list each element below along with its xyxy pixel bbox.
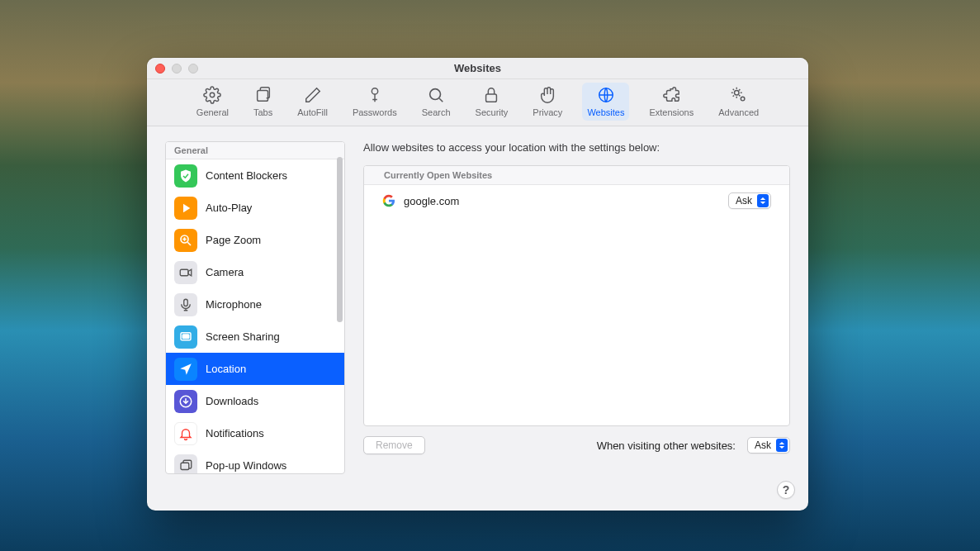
sidebar-scrollbar[interactable]: [337, 157, 343, 322]
hand-icon: [538, 86, 556, 106]
sidebar-item-page-zoom[interactable]: Page Zoom: [166, 224, 344, 256]
sidebar-item-camera[interactable]: Camera: [166, 256, 344, 288]
settings-sidebar: General Content Blockers Auto-Play Page …: [165, 141, 345, 474]
sidebar-item-screen-sharing[interactable]: Screen Sharing: [166, 321, 344, 353]
tab-websites[interactable]: Websites: [582, 83, 629, 121]
sidebar-item-label: Location: [206, 363, 246, 375]
help-button[interactable]: ?: [777, 481, 795, 499]
content-area: General Content Blockers Auto-Play Page …: [147, 126, 808, 511]
location-arrow-icon: [174, 358, 197, 381]
svg-point-2: [372, 88, 377, 94]
svg-point-3: [430, 89, 441, 100]
tab-extensions[interactable]: Extensions: [644, 83, 698, 121]
svg-point-6: [734, 91, 739, 96]
svg-rect-4: [486, 94, 497, 102]
bell-icon: [174, 422, 197, 445]
sidebar-heading: General: [166, 142, 344, 159]
titlebar: Websites: [147, 58, 808, 79]
svg-point-7: [741, 97, 745, 101]
sidebar-item-label: Auto-Play: [206, 202, 252, 214]
tab-tabs[interactable]: Tabs: [249, 83, 277, 121]
select-value: Ask: [736, 195, 752, 207]
preferences-toolbar: General Tabs AutoFill Passwords Search S…: [147, 79, 808, 126]
play-icon: [174, 197, 197, 220]
remove-button[interactable]: Remove: [363, 436, 425, 454]
sidebar-item-location[interactable]: Location: [166, 353, 344, 385]
tab-label: Advanced: [718, 107, 759, 117]
screen-icon: [174, 325, 197, 349]
tab-privacy[interactable]: Privacy: [528, 83, 567, 121]
sidebar-item-notifications[interactable]: Notifications: [166, 417, 344, 449]
camera-icon: [174, 261, 197, 284]
sidebar-item-content-blockers[interactable]: Content Blockers: [166, 159, 344, 192]
svg-rect-9: [180, 269, 188, 276]
tab-passwords[interactable]: Passwords: [348, 83, 402, 121]
sidebar-item-autoplay[interactable]: Auto-Play: [166, 192, 344, 224]
puzzle-icon: [662, 86, 680, 106]
tab-general[interactable]: General: [192, 83, 234, 121]
chevrons-icon: [757, 194, 769, 207]
panel-hint: Allow websites to access your location w…: [363, 141, 790, 154]
tab-label: Extensions: [649, 107, 694, 117]
svg-rect-1: [257, 91, 267, 102]
tab-label: AutoFill: [297, 107, 328, 117]
sidebar-item-popup[interactable]: Pop-up Windows: [166, 449, 344, 473]
sidebar-item-label: Notifications: [206, 427, 264, 439]
svg-rect-14: [181, 463, 189, 469]
window-controls: [155, 64, 198, 74]
window-stack-icon: [174, 454, 197, 474]
websites-table: Currently Open Websites google.com Ask: [363, 165, 790, 426]
gears-icon: [730, 86, 748, 106]
sidebar-item-label: Page Zoom: [206, 234, 261, 246]
table-row[interactable]: google.com Ask: [364, 185, 789, 216]
table-heading: Currently Open Websites: [364, 166, 789, 185]
download-icon: [174, 390, 197, 413]
svg-rect-10: [184, 299, 188, 306]
sidebar-item-microphone[interactable]: Microphone: [166, 288, 344, 321]
main-panel: Allow websites to access your location w…: [363, 141, 790, 496]
svg-rect-12: [182, 335, 189, 339]
minimize-window-button[interactable]: [172, 64, 182, 74]
sidebar-item-label: Screen Sharing: [206, 330, 280, 343]
microphone-icon: [174, 293, 197, 316]
tab-label: Tabs: [253, 107, 272, 117]
close-window-button[interactable]: [155, 64, 165, 74]
tabs-icon: [254, 86, 272, 106]
tab-security[interactable]: Security: [471, 83, 514, 121]
sidebar-item-label: Downloads: [206, 395, 258, 407]
svg-point-0: [211, 93, 215, 97]
sidebar-item-label: Microphone: [206, 298, 262, 311]
pencil-icon: [304, 86, 322, 106]
google-favicon-icon: [382, 194, 395, 207]
sidebar-item-label: Content Blockers: [206, 169, 287, 182]
tab-label: General: [196, 107, 229, 117]
tab-autofill[interactable]: AutoFill: [292, 83, 333, 121]
chevrons-icon: [776, 439, 788, 452]
tab-label: Websites: [587, 107, 624, 117]
lock-icon: [482, 86, 500, 106]
other-websites-label: When visiting other websites:: [597, 439, 736, 452]
tab-advanced[interactable]: Advanced: [713, 83, 764, 121]
panel-footer: Remove When visiting other websites: Ask: [363, 436, 790, 454]
tab-search[interactable]: Search: [417, 83, 456, 121]
sidebar-item-label: Camera: [206, 266, 244, 278]
other-websites-select[interactable]: Ask: [747, 437, 790, 454]
globe-icon: [597, 86, 615, 106]
sidebar-item-downloads[interactable]: Downloads: [166, 385, 344, 417]
key-icon: [366, 86, 384, 106]
search-icon: [427, 86, 445, 106]
tab-label: Security: [476, 107, 509, 117]
shield-check-icon: [174, 164, 197, 188]
gear-icon: [203, 86, 221, 106]
tab-label: Passwords: [353, 107, 397, 117]
select-value: Ask: [755, 439, 771, 451]
sidebar-list: Content Blockers Auto-Play Page Zoom Cam…: [166, 159, 344, 473]
site-name: google.com: [404, 195, 459, 207]
tab-label: Search: [422, 107, 451, 117]
sidebar-item-label: Pop-up Windows: [206, 459, 286, 472]
tab-label: Privacy: [533, 107, 562, 117]
zoom-window-button[interactable]: [188, 64, 198, 74]
zoom-icon: [174, 229, 197, 252]
site-permission-select[interactable]: Ask: [728, 192, 771, 209]
preferences-window: Websites General Tabs AutoFill Passwords…: [147, 58, 808, 511]
